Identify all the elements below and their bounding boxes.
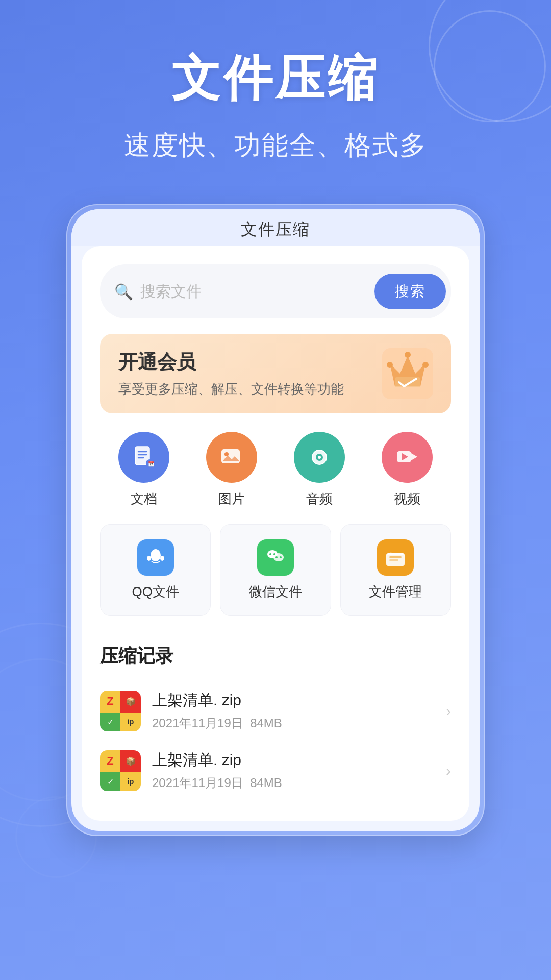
file-source-wechat[interactable]: 微信文件 [220, 524, 331, 616]
audio-icon [294, 432, 345, 483]
svg-rect-33 [389, 559, 398, 561]
wechat-icon [257, 539, 294, 576]
record-item-2[interactable]: Z 📦 ✓ ip 上架清单. zip 2021年11月19日 84MB › [100, 741, 451, 800]
svg-point-28 [273, 553, 276, 555]
search-bar: 🔍 搜索文件 搜索 [100, 264, 451, 318]
records-title: 压缩记录 [100, 644, 451, 669]
record-info-1: 上架清单. zip 2021年11月19日 84MB [152, 690, 435, 731]
category-video[interactable]: 视频 [382, 432, 433, 508]
search-placeholder: 搜索文件 [140, 281, 367, 302]
audio-label: 音频 [306, 490, 333, 508]
phone-frame: 文件压缩 🔍 搜索文件 搜索 开通会员 享受更多压缩、解压、文件转换等功能 [66, 204, 485, 836]
svg-point-24 [160, 556, 164, 561]
category-audio[interactable]: 音频 [294, 432, 345, 508]
chevron-right-icon-2: › [446, 762, 451, 779]
svg-point-3 [387, 362, 393, 368]
header-section: 文件压缩 速度快、功能全、格式多 [0, 0, 551, 189]
svg-point-27 [269, 553, 271, 555]
record-meta-1: 2021年11月19日 84MB [152, 715, 435, 731]
category-row: 📅 文档 图片 [100, 432, 451, 508]
img-icon [206, 432, 257, 483]
svg-point-30 [280, 556, 282, 558]
zip-icon-1: Z 📦 ✓ ip [100, 691, 141, 731]
search-button[interactable]: 搜索 [374, 274, 446, 309]
manager-icon [377, 539, 414, 576]
wechat-label: 微信文件 [249, 583, 302, 601]
category-doc[interactable]: 📅 文档 [118, 432, 169, 508]
zip-icon-2: Z 📦 ✓ ip [100, 750, 141, 791]
file-source-qq[interactable]: QQ文件 [100, 524, 211, 616]
phone-content: 🔍 搜索文件 搜索 开通会员 享受更多压缩、解压、文件转换等功能 [82, 246, 469, 821]
record-name-2: 上架清单. zip [152, 750, 435, 771]
video-icon [382, 432, 433, 483]
phone-mockup: 文件压缩 🔍 搜索文件 搜索 开通会员 享受更多压缩、解压、文件转换等功能 [66, 204, 485, 836]
manager-label: 文件管理 [369, 583, 422, 601]
img-label: 图片 [218, 490, 245, 508]
main-title: 文件压缩 [31, 46, 520, 112]
qq-icon [137, 539, 174, 576]
svg-point-23 [147, 556, 151, 561]
svg-marker-20 [411, 453, 417, 460]
chevron-right-icon-1: › [446, 702, 451, 720]
phone-inner: 文件压缩 🔍 搜索文件 搜索 开通会员 享受更多压缩、解压、文件转换等功能 [71, 209, 480, 831]
app-title: 文件压缩 [92, 218, 459, 241]
vip-banner[interactable]: 开通会员 享受更多压缩、解压、文件转换等功能 [100, 334, 451, 413]
video-label: 视频 [394, 490, 420, 508]
svg-rect-32 [389, 556, 402, 558]
qq-label: QQ文件 [132, 583, 179, 601]
file-source-grid: QQ文件 微信 [100, 524, 451, 616]
svg-text:📅: 📅 [148, 460, 155, 467]
svg-point-22 [151, 549, 161, 561]
svg-point-29 [276, 556, 278, 558]
subtitle: 速度快、功能全、格式多 [31, 128, 520, 163]
search-icon: 🔍 [114, 283, 133, 301]
record-name-1: 上架清单. zip [152, 690, 435, 711]
svg-point-17 [318, 456, 321, 459]
vip-crown-icon [380, 346, 436, 402]
record-meta-2: 2021年11月19日 84MB [152, 775, 435, 791]
category-img[interactable]: 图片 [206, 432, 257, 508]
phone-top-bar: 文件压缩 [71, 209, 480, 246]
file-source-manager[interactable]: 文件管理 [340, 524, 451, 616]
record-item[interactable]: Z 📦 ✓ ip 上架清单. zip 2021年11月19日 84MB › [100, 681, 451, 741]
divider [100, 631, 451, 631]
doc-icon: 📅 [118, 432, 169, 483]
doc-label: 文档 [131, 490, 157, 508]
svg-point-4 [422, 362, 429, 368]
record-info-2: 上架清单. zip 2021年11月19日 84MB [152, 750, 435, 791]
svg-point-2 [405, 352, 411, 358]
